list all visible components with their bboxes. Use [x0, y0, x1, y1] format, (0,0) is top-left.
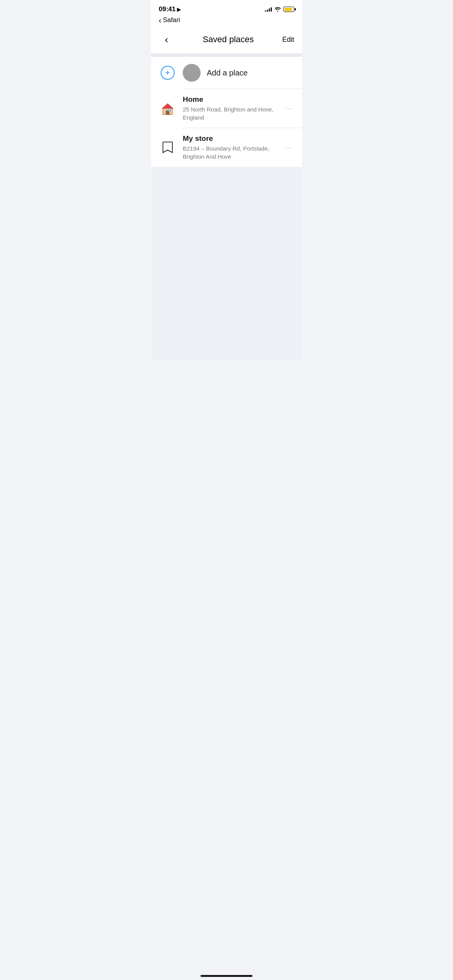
signal-icon	[265, 7, 272, 12]
add-place-icon-wrap: +	[159, 64, 177, 82]
nav-back-chevron-icon: ‹	[165, 34, 168, 45]
page-title: Saved places	[202, 34, 254, 45]
status-time: 09:41 ▶	[159, 5, 181, 13]
place-info-mystore: My store B2194 – Boundary Rd, Portslade,…	[183, 134, 276, 161]
bookmark-icon-wrap	[159, 139, 177, 156]
add-place-avatar	[183, 64, 201, 82]
home-icon	[161, 101, 175, 115]
place-row-mystore[interactable]: My store B2194 – Boundary Rd, Portslade,…	[151, 128, 302, 167]
edit-button[interactable]: Edit	[282, 36, 294, 44]
place-info-home: Home 25 North Road, Brighton and Hove, E…	[183, 95, 276, 122]
section-divider	[151, 54, 302, 57]
status-bar: 09:41 ▶	[151, 0, 302, 16]
nav-bar: ‹ Saved places Edit	[151, 27, 302, 54]
battery-icon	[283, 7, 294, 12]
safari-back-bar: ‹ Safari	[151, 16, 302, 27]
add-place-row[interactable]: + Add a place	[151, 57, 302, 89]
place-name-home: Home	[183, 95, 276, 104]
place-row-home[interactable]: Home 25 North Road, Brighton and Hove, E…	[151, 89, 302, 128]
svg-rect-3	[168, 109, 171, 111]
safari-back-label: Safari	[163, 16, 180, 24]
location-arrow-icon: ▶	[177, 7, 181, 12]
bookmark-icon	[162, 141, 173, 154]
time-display: 09:41	[159, 5, 175, 13]
add-place-label: Add a place	[207, 69, 248, 77]
place-address-mystore: B2194 – Boundary Rd, Portslade, Brighton…	[183, 144, 276, 161]
svg-marker-1	[162, 103, 173, 108]
home-more-button[interactable]: ···	[282, 101, 296, 115]
wifi-icon	[274, 6, 281, 13]
back-chevron-icon: ‹	[159, 16, 161, 24]
place-name-mystore: My store	[183, 134, 276, 143]
nav-back-button[interactable]: ‹	[159, 32, 174, 47]
more-dots-mystore: ···	[285, 144, 292, 152]
more-dots-home: ···	[285, 105, 292, 113]
gray-background	[151, 167, 302, 360]
add-circle-icon: +	[161, 66, 175, 80]
mystore-more-button[interactable]: ···	[282, 140, 296, 154]
place-address-home: 25 North Road, Brighton and Hove, Englan…	[183, 105, 276, 122]
safari-back-button[interactable]: ‹ Safari	[159, 16, 294, 24]
status-icons	[265, 6, 294, 13]
home-icon-wrap	[159, 99, 177, 117]
content-area: + Add a place Home 25 North Road, Bright…	[151, 57, 302, 167]
